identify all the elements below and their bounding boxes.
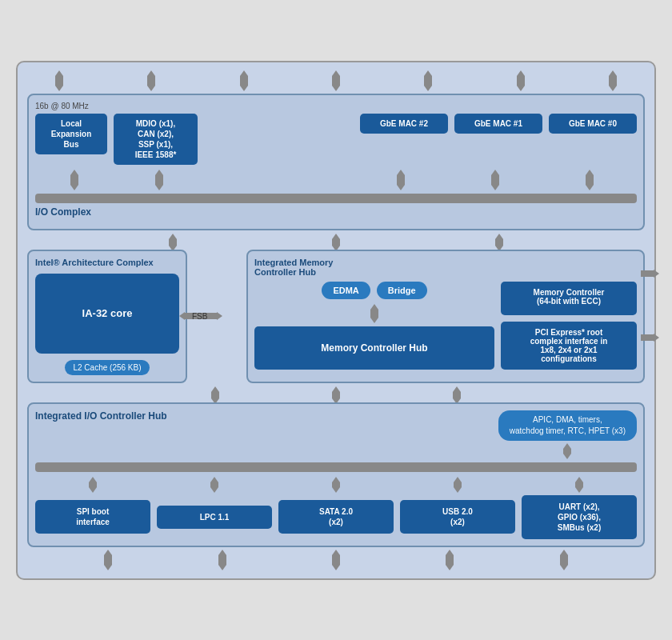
edma-block: EDMA (322, 282, 370, 299)
uart-block: UART (x2),GPIO (x36),SMBus (x2) (522, 495, 637, 539)
gbe-mac-2-block: GbE MAC #2 (360, 114, 448, 134)
io-complex: 16b @ 80 MHz LocalExpansionBus MDIO (x1)… (27, 94, 645, 230)
top-arrow-1 (55, 70, 63, 91)
bot-mid-arrow-3 (453, 386, 461, 404)
apic-box: APIC, DMA, timers,watchdog timer, RTC, H… (498, 410, 637, 441)
top-arrow-2 (147, 70, 155, 91)
imch-label: Integrated MemoryController Hub (254, 258, 637, 277)
mid-arrow-1 (169, 234, 177, 251)
mid-arrow-3 (495, 234, 503, 251)
mid-arrow-2 (332, 234, 340, 251)
middle-section: Intel® Architecture Complex IA-32 core L… (27, 250, 645, 383)
intel-arch-label: Intel® Architecture Complex (35, 258, 179, 267)
pci-express: PCI Express* rootcomplex interface in1x8… (501, 322, 637, 370)
mdio-block: MDIO (x1),CAN (x2),SSP (x1),IEEE 1588* (114, 114, 198, 165)
intel-arch-complex: Intel® Architecture Complex IA-32 core L… (27, 250, 187, 383)
local-expansion-bus-block: LocalExpansionBus (35, 114, 107, 154)
iioch-bus-bar (35, 462, 637, 472)
gbe-mac-0-block: GbE MAC #0 (549, 114, 637, 134)
top-arrow-5 (424, 70, 432, 91)
usb-block: USB 2.0(x2) (400, 500, 515, 534)
gbe-mac-1-block: GbE MAC #1 (454, 114, 542, 134)
top-arrow-7 (609, 70, 617, 91)
memory-controller: Memory Controller(64-bit with ECC) (501, 282, 637, 315)
iioch-blocks-row: SPI bootinterface LPC 1.1 SATA 2.0(x2) U… (35, 495, 637, 539)
bottom-arrows-row (27, 550, 645, 570)
l2-cache: L2 Cache (256 KB) (65, 360, 149, 375)
mem-ctrl-side-arrow (641, 270, 659, 278)
main-diagram: 16b @ 80 MHz LocalExpansionBus MDIO (x1)… (16, 61, 656, 580)
iioch: Integrated I/O Controller Hub APIC, DMA,… (27, 402, 645, 547)
imch: Integrated MemoryController Hub EDMA Bri… (246, 250, 645, 383)
io-bus-bar (35, 194, 637, 203)
bot-mid-arrow-2 (332, 386, 340, 404)
spi-block: SPI bootinterface (35, 500, 150, 534)
memory-controller-hub: Memory Controller Hub (254, 326, 494, 370)
lpc-block: LPC 1.1 (157, 506, 272, 529)
io-complex-label: I/O Complex (35, 206, 637, 218)
pci-side-arrow (641, 334, 659, 342)
iioch-label: Integrated I/O Controller Hub (35, 410, 167, 422)
top-arrow-4 (332, 70, 340, 91)
io-freq-label: 16b @ 80 MHz (35, 102, 637, 110)
top-arrows-row (27, 70, 645, 91)
bridge-block: Bridge (377, 282, 427, 299)
fsb-label: FSB (192, 312, 207, 321)
bot-mid-arrow-1 (211, 386, 219, 404)
top-arrow-3 (240, 70, 248, 91)
imch-right: Memory Controller(64-bit with ECC) PCI E… (501, 282, 637, 370)
sata-block: SATA 2.0(x2) (278, 500, 394, 534)
ia32-core: IA-32 core (35, 274, 179, 354)
top-arrow-6 (517, 70, 525, 91)
